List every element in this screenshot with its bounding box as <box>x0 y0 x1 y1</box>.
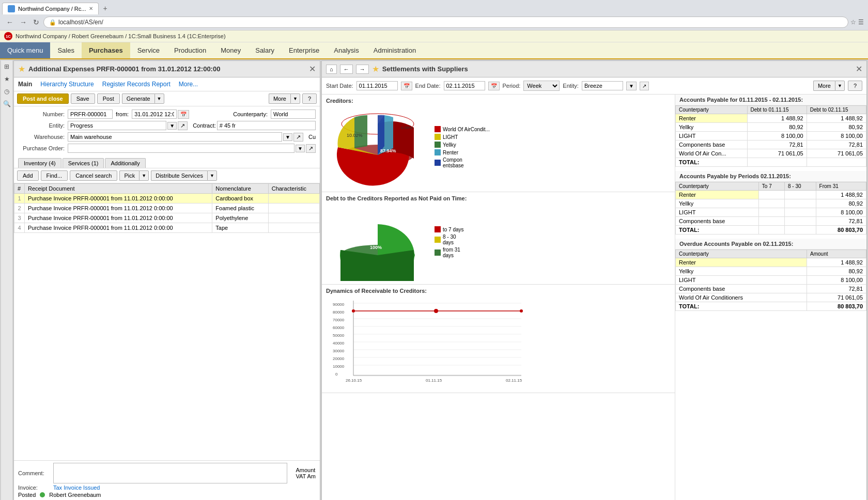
table-row[interactable]: Renter 1 488,92 1 488,92 <box>676 114 866 123</box>
post-close-button[interactable]: Post and close <box>17 93 69 104</box>
right-panel-close-button[interactable]: ✕ <box>856 64 862 74</box>
pick-dropdown-button[interactable]: ▼ <box>139 170 149 181</box>
generate-dropdown-button[interactable]: ▼ <box>154 93 164 104</box>
sub-tab-services[interactable]: Services (1) <box>63 158 104 168</box>
date-input[interactable] <box>132 110 177 119</box>
start-date-input[interactable] <box>357 81 398 90</box>
generate-button[interactable]: Generate <box>122 93 154 104</box>
url-bar[interactable]: 🔒 localhost/AS/en/ <box>43 17 848 28</box>
home-button[interactable]: ⌂ <box>326 65 337 74</box>
more-dropdown-button[interactable]: ▼ <box>290 93 300 104</box>
menu-item-quick[interactable]: Quick menu <box>0 42 50 58</box>
entity-input[interactable] <box>582 81 623 90</box>
sidebar-icon-recent[interactable]: ◷ <box>3 87 11 96</box>
table-row[interactable]: Renter 1 488,92 <box>676 191 866 199</box>
menu-item-service[interactable]: Service <box>130 42 167 58</box>
distribute-button[interactable]: Distribute Services <box>151 170 207 181</box>
forward-button[interactable]: → <box>18 17 29 27</box>
new-tab-button[interactable]: + <box>99 2 111 14</box>
date-picker-button[interactable]: 📅 <box>178 110 189 119</box>
legend-label: World Of AirCondit... <box>443 127 490 132</box>
table-row[interactable]: 2 Purchase Invoice PRFR-000001 from 11.0… <box>14 204 320 213</box>
tab-close-button[interactable]: ✕ <box>89 6 93 11</box>
table-row[interactable]: 4 Purchase Invoice PRFR-000001 from 11.0… <box>14 223 320 233</box>
legend-30days-label: 8 - 30days <box>443 234 456 245</box>
tab-main[interactable]: Main <box>18 80 32 89</box>
find-button[interactable]: Find... <box>41 170 68 181</box>
warehouse-open-button[interactable]: ↗ <box>293 133 303 142</box>
tab-more[interactable]: More... <box>179 81 198 88</box>
contract-input[interactable] <box>217 121 316 130</box>
menu-item-purchases[interactable]: Purchases <box>82 42 130 58</box>
table-row[interactable]: LIGHT 8 100,00 <box>676 208 866 217</box>
nav-back-button[interactable]: ← <box>340 65 353 74</box>
back-button[interactable]: ← <box>4 17 16 27</box>
end-date-picker[interactable]: 📅 <box>488 82 500 90</box>
comment-field[interactable] <box>53 463 287 483</box>
warehouse-input[interactable] <box>68 132 282 142</box>
save-button[interactable]: Save <box>71 93 95 104</box>
add-button[interactable]: Add <box>17 170 39 181</box>
purchase-order-open-button[interactable]: ↗ <box>306 144 316 153</box>
purchase-order-select-button[interactable]: ▼ <box>296 145 305 152</box>
more-button[interactable]: More <box>269 93 290 104</box>
table-row[interactable]: 3 Purchase Invoice PRFR-000001 from 11.0… <box>14 213 320 223</box>
bookmark-button[interactable]: ☆ <box>850 19 856 26</box>
tab-hierarchy[interactable]: Hierarchy Structure <box>40 80 94 89</box>
menu-item-enterprise[interactable]: Enterprise <box>282 42 327 58</box>
counterparty-input[interactable] <box>271 110 316 119</box>
sidebar-icon-search[interactable]: 🔍 <box>3 100 11 108</box>
table-row[interactable]: Yellky 80,92 80,92 <box>676 123 866 132</box>
help-button[interactable]: ? <box>302 93 317 104</box>
number-input[interactable] <box>68 110 113 119</box>
invoice-link[interactable]: Tax Invoice Issued <box>53 485 100 491</box>
right-more-dropdown[interactable]: ▼ <box>835 81 845 91</box>
entity-open-btn[interactable]: ↗ <box>640 82 649 90</box>
menu-item-sales[interactable]: Sales <box>50 42 82 58</box>
end-date-input[interactable] <box>444 81 485 90</box>
table-row[interactable]: World Of Air Conditioners 71 061,05 <box>676 293 866 302</box>
entity-open-button[interactable]: ↗ <box>178 121 188 130</box>
settings-icon[interactable]: ☰ <box>858 19 864 26</box>
entity-select-btn[interactable]: ▼ <box>626 82 637 90</box>
table-row[interactable]: Yellky 80,92 <box>676 199 866 208</box>
menu-item-money[interactable]: Money <box>213 42 248 58</box>
right-help-button[interactable]: ? <box>848 81 862 91</box>
distribute-dropdown-button[interactable]: ▼ <box>207 170 217 181</box>
cell-num: 2 <box>14 204 25 213</box>
entity-input[interactable] <box>68 121 166 130</box>
table-row[interactable]: Components base 72,81 <box>676 285 866 293</box>
table-row[interactable]: LIGHT 8 100,00 <box>676 276 866 285</box>
tab-register[interactable]: Register Records Report <box>102 80 171 89</box>
nav-forward-button[interactable]: → <box>356 65 369 74</box>
warehouse-select-button[interactable]: ▼ <box>283 133 292 141</box>
period-select[interactable]: Week Month Day <box>523 81 560 91</box>
start-date-picker[interactable]: 📅 <box>401 82 412 90</box>
active-tab[interactable]: Northwind Company / Rc... ✕ <box>2 3 99 14</box>
sub-tab-inventory[interactable]: Inventory (4) <box>18 158 61 168</box>
table-row[interactable]: Yellky 80,92 <box>676 267 866 276</box>
menu-item-administration[interactable]: Administration <box>366 42 423 58</box>
post-button[interactable]: Post <box>97 93 120 104</box>
right-more-btn[interactable]: More <box>813 81 835 91</box>
refresh-button[interactable]: ↻ <box>31 17 41 27</box>
menu-item-analysis[interactable]: Analysis <box>327 42 366 58</box>
right-star-icon[interactable]: ★ <box>372 64 379 74</box>
menu-item-salary[interactable]: Salary <box>248 42 282 58</box>
entity-select-button[interactable]: ▼ <box>167 122 177 130</box>
sub-tab-additionally[interactable]: Additionally <box>105 158 145 168</box>
menu-item-production[interactable]: Production <box>167 42 213 58</box>
table-row[interactable]: Renter 1 488,92 <box>676 258 866 267</box>
table-row[interactable]: 1 Purchase Invoice PRFR-000001 from 11.0… <box>14 194 320 204</box>
table-row[interactable]: LIGHT 8 100,00 8 100,00 <box>676 132 866 140</box>
cancel-search-button[interactable]: Cancel search <box>70 170 117 181</box>
table-row[interactable]: Components base 72,81 72,81 <box>676 140 866 149</box>
purchase-order-input[interactable] <box>68 144 295 153</box>
sidebar-icon-star[interactable]: ★ <box>3 75 11 83</box>
left-panel-close-button[interactable]: ✕ <box>309 64 316 74</box>
sidebar-icon-grid[interactable]: ⊞ <box>3 62 11 71</box>
table-row[interactable]: World Of Air Con... 71 061,05 71 061,05 <box>676 149 866 158</box>
star-icon[interactable]: ★ <box>18 64 25 74</box>
pick-button[interactable]: Pick <box>119 170 139 181</box>
table-row[interactable]: Components base 72,81 <box>676 217 866 226</box>
